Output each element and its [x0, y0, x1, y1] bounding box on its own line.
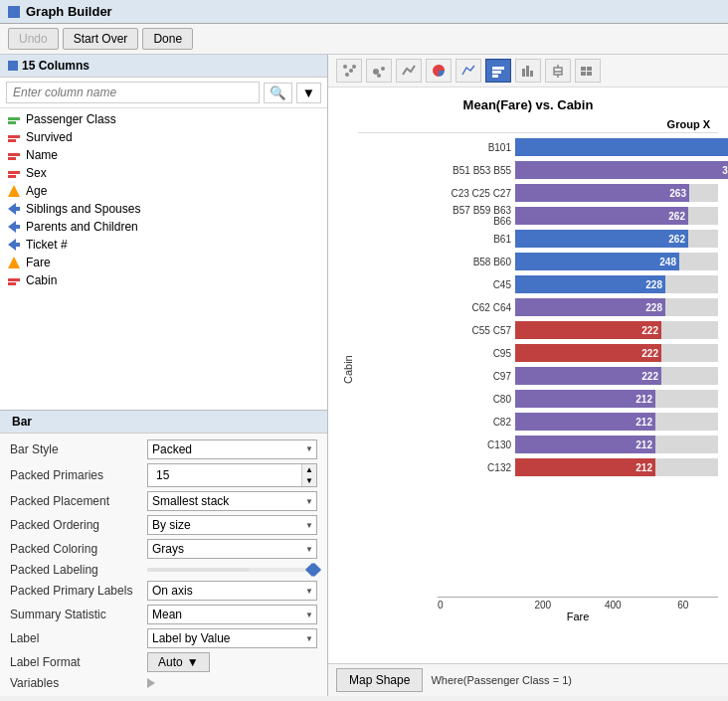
svg-rect-5	[8, 157, 16, 160]
chart-type-area[interactable]	[455, 59, 481, 83]
chart-type-histogram[interactable]	[515, 59, 541, 83]
bar-fill: 262	[515, 230, 688, 248]
packed-coloring-label: Packed Coloring	[10, 539, 139, 559]
svg-point-15	[343, 65, 347, 69]
packed-primary-labels-label: Packed Primary Labels	[10, 581, 139, 601]
list-item[interactable]: Parents and Children	[0, 218, 327, 236]
bar-value: 212	[636, 394, 652, 405]
bar-track: 343	[515, 161, 718, 179]
bar-row: C95222	[438, 342, 718, 364]
packed-coloring-select[interactable]: Grays	[147, 539, 317, 559]
svg-point-19	[373, 69, 379, 75]
list-item[interactable]: Name	[0, 146, 327, 164]
bar-style-select[interactable]: Packed	[147, 439, 317, 459]
bar-value: 222	[641, 348, 658, 359]
svg-rect-22	[492, 67, 504, 70]
svg-rect-33	[587, 67, 592, 71]
bar-fill: 512	[515, 138, 728, 156]
bar-value: 248	[659, 257, 676, 267]
column-type-icon	[8, 148, 20, 162]
bar-section-header: Bar	[0, 411, 327, 434]
primaries-increment[interactable]: ▲	[302, 464, 316, 475]
chart-type-bubble[interactable]	[366, 59, 392, 83]
column-type-icon	[8, 220, 20, 234]
columns-list: Passenger ClassSurvivedNameSexAgeSibling…	[0, 108, 327, 410]
variables-control[interactable]	[147, 676, 317, 690]
packed-placement-control[interactable]: Smallest stack	[147, 491, 317, 511]
undo-button[interactable]: Undo	[8, 28, 59, 50]
column-name: Ticket #	[26, 238, 68, 252]
y-axis-label: Cabin	[338, 116, 358, 622]
chart-type-pie[interactable]	[426, 59, 452, 83]
list-item[interactable]: Cabin	[0, 271, 327, 289]
x-tick: 0	[438, 600, 508, 611]
chart-type-line[interactable]	[396, 59, 422, 83]
list-item[interactable]: Survived	[0, 128, 327, 146]
column-name: Passenger Class	[26, 112, 116, 126]
bar-value: 222	[641, 325, 658, 336]
svg-rect-26	[526, 66, 529, 77]
packed-primary-labels-select[interactable]: On axis	[147, 581, 317, 601]
list-item[interactable]: Fare	[0, 254, 327, 271]
x-axis-label: Fare	[438, 611, 718, 622]
packed-primaries-control[interactable]: ▲ ▼	[147, 463, 317, 487]
column-name: Parents and Children	[26, 220, 138, 234]
packed-ordering-select[interactable]: By size	[147, 515, 317, 535]
start-over-button[interactable]: Start Over	[63, 28, 139, 50]
chart-inner: Group X B101512B51 B53 B55343C23 C25 C27…	[358, 116, 718, 622]
bars-container: B101512B51 B53 B55343C23 C25 C27263B57 B…	[358, 135, 718, 597]
bar-label: B101	[438, 142, 515, 153]
packed-coloring-control[interactable]: Grays	[147, 539, 317, 559]
label-format-control[interactable]: Auto ▼	[147, 652, 317, 672]
packed-ordering-control[interactable]: By size	[147, 515, 317, 535]
label-field-control[interactable]: Label by Value	[147, 628, 317, 648]
summary-statistic-control[interactable]: Mean	[147, 605, 317, 624]
svg-point-16	[349, 69, 353, 73]
label-format-button[interactable]: Auto ▼	[147, 652, 210, 672]
bar-fill: 248	[515, 253, 679, 270]
packed-primary-labels-control[interactable]: On axis	[147, 581, 317, 601]
packed-labeling-control[interactable]	[147, 563, 317, 577]
column-name: Siblings and Spouses	[26, 202, 140, 216]
search-input[interactable]	[6, 82, 260, 103]
bar-fill: 263	[515, 184, 689, 202]
svg-rect-1	[8, 121, 16, 124]
chart-type-scatter[interactable]	[336, 59, 362, 83]
list-item[interactable]: Ticket #	[0, 236, 327, 254]
svg-rect-4	[8, 153, 20, 156]
svg-point-21	[377, 74, 381, 78]
bar-label: C80	[438, 394, 515, 405]
column-dropdown-button[interactable]: ▼	[296, 83, 321, 103]
bar-style-label: Bar Style	[10, 439, 139, 459]
label-select[interactable]: Label by Value	[147, 628, 317, 648]
bar-style-control[interactable]: Packed	[147, 439, 317, 459]
chart-type-box[interactable]	[545, 59, 571, 83]
search-button[interactable]: 🔍	[264, 83, 292, 103]
bar-row: C97222	[438, 365, 718, 387]
chart-type-bar[interactable]	[485, 59, 511, 83]
list-item[interactable]: Passenger Class	[0, 110, 327, 128]
label-field-label: Label	[10, 628, 139, 648]
summary-statistic-select[interactable]: Mean	[147, 605, 317, 624]
chart-type-more[interactable]	[575, 59, 601, 83]
list-item[interactable]: Age	[0, 182, 327, 200]
bar-label: C23 C25 C27	[438, 188, 515, 199]
done-button[interactable]: Done	[142, 28, 193, 50]
svg-rect-6	[8, 171, 20, 174]
primaries-decrement[interactable]: ▼	[302, 475, 316, 486]
variables-expand-icon[interactable]	[147, 678, 155, 688]
list-item[interactable]: Sex	[0, 164, 327, 182]
column-name: Cabin	[26, 273, 57, 287]
packed-primaries-input[interactable]	[152, 466, 301, 484]
bar-track: 212	[515, 436, 718, 453]
list-item[interactable]: Siblings and Spouses	[0, 200, 327, 218]
collapse-icon[interactable]	[8, 6, 20, 18]
bar-fill: 262	[515, 207, 688, 225]
columns-collapse-icon[interactable]	[8, 61, 18, 71]
svg-marker-9	[8, 203, 20, 215]
map-shape-button[interactable]: Map Shape	[336, 668, 423, 692]
bar-label: C95	[438, 348, 515, 359]
svg-rect-23	[492, 71, 501, 74]
packed-placement-select[interactable]: Smallest stack	[147, 491, 317, 511]
svg-marker-8	[8, 185, 20, 197]
